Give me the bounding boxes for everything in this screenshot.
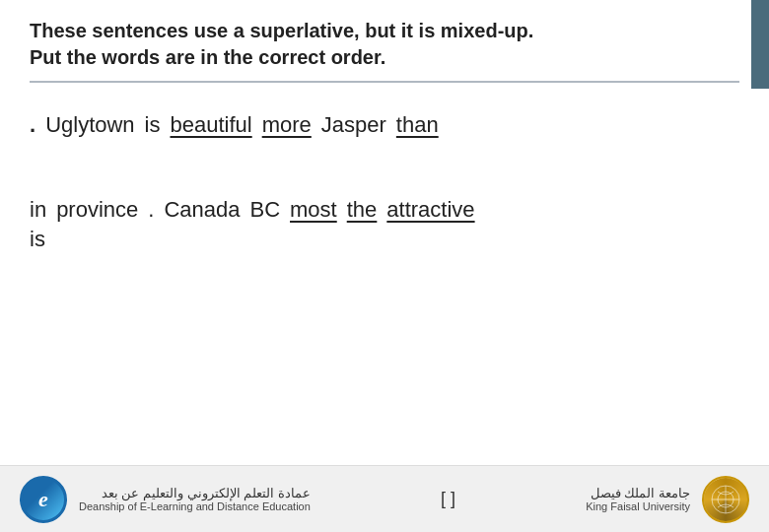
footer-right: جامعة الملك فيصل King Faisal University: [586, 476, 749, 523]
sentence2-col1: in is: [30, 197, 46, 252]
content: . Uglytown is beautiful more Jasper than…: [0, 83, 769, 252]
sentence2-word8: attractive: [386, 197, 474, 223]
footer-english-text: Deanship of E-Learning and Distance Educ…: [79, 500, 311, 512]
footer-arabic-text: عمادة التعلم الإلكتروني والتعليم عن بعد: [79, 486, 311, 500]
sentence1-dot: .: [30, 112, 35, 138]
footer-left: e عمادة التعلم الإلكتروني والتعليم عن بع…: [20, 476, 311, 523]
sentence1-word1: Uglytown: [45, 112, 134, 138]
sentence1-word6: than: [396, 112, 439, 138]
sentence2-word4: Canada: [164, 197, 240, 223]
sentence1-word2: is: [145, 112, 161, 138]
sentence-row-1: . Uglytown is beautiful more Jasper than: [30, 112, 739, 138]
sentence-row-2: in is province . Canada BC most the attr…: [30, 197, 739, 252]
sentence2-word7: the: [347, 197, 378, 223]
sentence1-word3: beautiful: [171, 112, 252, 138]
header-line1: These sentences use a superlative, but i…: [30, 20, 533, 41]
sentence2-word5: BC: [249, 197, 280, 223]
footer-arabic-right: جامعة الملك فيصل: [591, 486, 690, 500]
kfu-logo: [702, 476, 749, 523]
elearning-logo: e: [20, 476, 67, 523]
header-title: These sentences use a superlative, but i…: [30, 18, 720, 71]
accent-bar: [751, 0, 769, 89]
sentence2-word6: most: [290, 197, 337, 223]
page-container: These sentences use a superlative, but i…: [0, 0, 769, 532]
sentence2-word1: in: [30, 197, 46, 223]
sentence1-word5: Jasper: [321, 112, 386, 138]
footer-brackets: [ ]: [441, 489, 455, 509]
sentence2-word3: .: [148, 197, 154, 223]
header-line2: Put the words are in the correct order.: [30, 46, 385, 68]
footer-right-text: جامعة الملك فيصل King Faisal University: [586, 486, 690, 512]
sentence2-word2: province: [56, 197, 138, 223]
sentence2-word-is: is: [30, 227, 45, 252]
footer-text-block: عمادة التعلم الإلكتروني والتعليم عن بعد …: [79, 486, 311, 512]
footer-english-right: King Faisal University: [586, 500, 690, 512]
sentence1-word4: more: [262, 112, 312, 138]
header: These sentences use a superlative, but i…: [0, 0, 769, 81]
footer: e عمادة التعلم الإلكتروني والتعليم عن بع…: [0, 465, 769, 532]
